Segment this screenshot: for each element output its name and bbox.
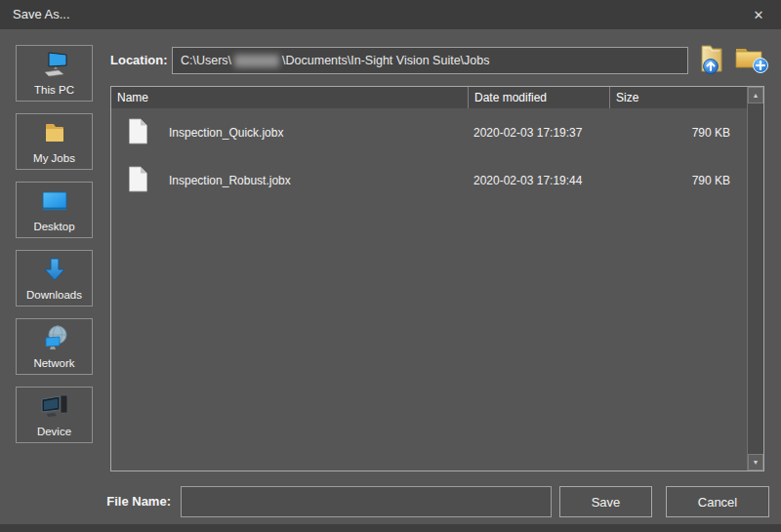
file-list-panel: Name Date modified Size Inspection_Quick… bbox=[110, 86, 764, 471]
window-bottom-edge bbox=[0, 524, 781, 532]
desktop-icon bbox=[17, 183, 92, 220]
file-name-input[interactable] bbox=[181, 486, 552, 517]
file-date-cell: 2020-02-03 17:19:44 bbox=[468, 174, 609, 187]
this-pc-icon bbox=[17, 46, 92, 83]
file-name-cell: Inspection_Robust.jobx bbox=[111, 166, 468, 195]
vertical-scrollbar[interactable]: ▲ ▼ bbox=[747, 87, 763, 471]
download-arrow-icon bbox=[17, 251, 92, 288]
column-header-size[interactable]: Size bbox=[609, 87, 747, 108]
file-size-cell: 790 KB bbox=[609, 174, 747, 187]
file-name: Inspection_Robust.jobx bbox=[169, 174, 291, 187]
file-list-header: Name Date modified Size bbox=[111, 87, 747, 108]
sidebar-item-desktop[interactable]: Desktop bbox=[16, 182, 93, 238]
file-icon bbox=[128, 118, 148, 147]
save-button[interactable]: Save bbox=[559, 486, 652, 517]
redacted-username bbox=[234, 55, 279, 67]
close-icon[interactable]: ✕ bbox=[736, 0, 781, 29]
file-list-content: Name Date modified Size Inspection_Quick… bbox=[111, 87, 747, 471]
sidebar-label: My Jobs bbox=[33, 151, 75, 165]
sidebar-item-device[interactable]: Device bbox=[16, 387, 93, 443]
sidebar-item-network[interactable]: Network bbox=[16, 318, 93, 375]
file-size-cell: 790 KB bbox=[609, 126, 747, 140]
column-header-date-modified[interactable]: Date modified bbox=[468, 87, 609, 108]
device-monitor-icon bbox=[17, 388, 92, 425]
new-folder-button[interactable] bbox=[732, 43, 769, 76]
up-one-level-button[interactable] bbox=[693, 43, 730, 76]
sidebar-label: Downloads bbox=[26, 288, 82, 302]
location-input[interactable]: C:\Users\\Documents\In-Sight Vision Suit… bbox=[172, 47, 688, 74]
new-folder-icon bbox=[733, 43, 768, 77]
sidebar-item-this-pc[interactable]: This PC bbox=[16, 45, 93, 102]
file-name-label: File Name: bbox=[39, 494, 171, 509]
sidebar-label: Device bbox=[37, 425, 71, 438]
network-globe-icon bbox=[17, 319, 92, 356]
file-list-rows: Inspection_Quick.jobx 2020-02-03 17:19:3… bbox=[111, 108, 747, 471]
file-name: Inspection_Quick.jobx bbox=[169, 126, 283, 140]
window-title: Save As... bbox=[13, 0, 70, 29]
column-header-name[interactable]: Name bbox=[111, 87, 468, 108]
file-icon bbox=[128, 166, 148, 195]
folder-up-icon bbox=[696, 42, 727, 78]
sidebar-label: Network bbox=[33, 356, 74, 370]
sidebar-item-my-jobs[interactable]: My Jobs bbox=[16, 113, 93, 170]
location-label: Location: bbox=[110, 53, 168, 67]
sidebar-item-downloads[interactable]: Downloads bbox=[16, 250, 93, 307]
save-as-dialog: Save As... ✕ This PC My Jobs bbox=[0, 0, 781, 532]
location-path-suffix: \Documents\In-Sight Vision Suite\Jobs bbox=[282, 54, 489, 67]
file-name-cell: Inspection_Quick.jobx bbox=[111, 118, 468, 147]
titlebar[interactable]: Save As... ✕ bbox=[0, 0, 781, 29]
scroll-up-icon[interactable]: ▲ bbox=[748, 87, 763, 103]
folder-icon bbox=[17, 114, 92, 151]
scroll-down-icon[interactable]: ▼ bbox=[748, 454, 763, 471]
sidebar-label: Desktop bbox=[33, 220, 74, 233]
sidebar-label: This PC bbox=[34, 83, 74, 97]
cancel-button[interactable]: Cancel bbox=[666, 486, 769, 517]
file-row[interactable]: Inspection_Quick.jobx 2020-02-03 17:19:3… bbox=[111, 108, 747, 156]
file-date-cell: 2020-02-03 17:19:37 bbox=[468, 126, 609, 140]
location-path-prefix: C:\Users\ bbox=[181, 54, 231, 67]
file-row[interactable]: Inspection_Robust.jobx 2020-02-03 17:19:… bbox=[111, 156, 747, 204]
